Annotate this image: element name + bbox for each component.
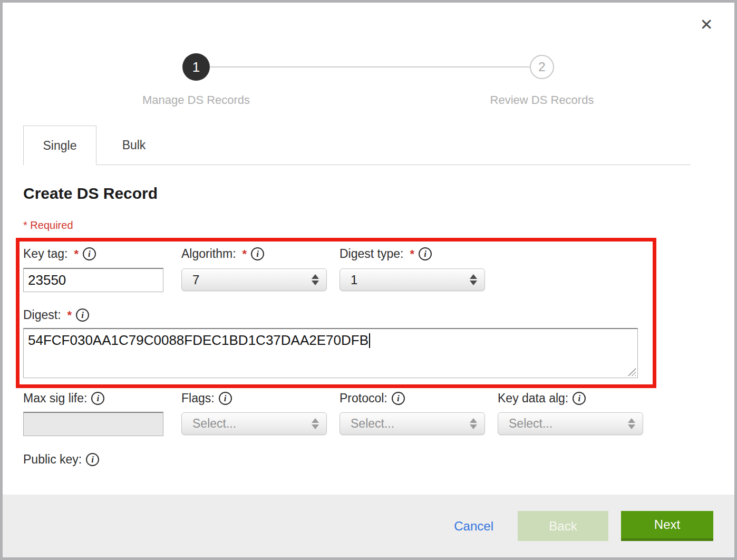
flags-label: Flags: i [181, 391, 232, 405]
tab-bulk[interactable]: Bulk [96, 125, 171, 165]
protocol-label: Protocol: i [340, 391, 405, 405]
required-note: * Required [23, 219, 73, 231]
digest-info-icon[interactable]: i [76, 308, 89, 322]
stepper-step-1-circle: 1 [182, 53, 210, 81]
key-tag-required-star: * [74, 247, 79, 261]
public-key-label: Public key: i [23, 452, 99, 467]
digest-type-info-icon[interactable]: i [419, 247, 432, 260]
select-arrows-icon [312, 274, 319, 285]
select-arrows-icon [470, 274, 477, 285]
max-sig-life-input[interactable] [23, 412, 163, 436]
algorithm-select-value: 7 [192, 273, 312, 287]
key-tag-input[interactable] [23, 268, 163, 292]
stepper-step-1-label: Manage DS Records [112, 93, 280, 107]
public-key-label-text: Public key: [23, 452, 82, 467]
digest-textarea[interactable]: 54FCF030AA1C79C0088FDEC1BD1C37DAA2E70DFB [23, 328, 638, 378]
digest-label: Digest: * i [23, 308, 89, 322]
max-sig-life-label-text: Max sig life: [23, 391, 87, 405]
digest-type-select-value: 1 [351, 273, 470, 287]
digest-type-required-star: * [410, 247, 414, 261]
digest-label-text: Digest: [23, 308, 61, 322]
digest-type-label: Digest type: * i [340, 247, 432, 261]
select-arrows-icon [312, 418, 319, 429]
protocol-label-text: Protocol: [340, 391, 387, 405]
algorithm-label-text: Algorithm: [181, 247, 236, 261]
key-data-alg-select-value: Select... [509, 417, 628, 431]
algorithm-select[interactable]: 7 [181, 268, 327, 291]
key-data-alg-label-text: Key data alg: [498, 391, 568, 405]
close-icon[interactable]: ✕ [695, 13, 718, 36]
next-button[interactable]: Next [621, 511, 713, 541]
max-sig-life-info-icon[interactable]: i [91, 392, 104, 405]
stepper-step-2-circle: 2 [530, 55, 554, 79]
digest-type-select[interactable]: 1 [340, 268, 485, 291]
resize-handle[interactable] [627, 368, 636, 376]
key-data-alg-label: Key data alg: i [498, 391, 586, 405]
key-tag-label: Key tag: * i [23, 247, 96, 261]
protocol-info-icon[interactable]: i [392, 392, 405, 405]
select-arrows-icon [628, 418, 635, 429]
flags-select-value: Select... [192, 417, 312, 431]
back-button[interactable]: Back [518, 511, 608, 541]
protocol-select[interactable]: Select... [340, 412, 485, 435]
digest-required-star: * [67, 308, 72, 322]
protocol-select-value: Select... [351, 417, 470, 431]
public-key-info-icon[interactable]: i [86, 453, 99, 466]
stepper-step-2-label: Review DS Records [458, 93, 626, 107]
digest-type-label-text: Digest type: [340, 247, 403, 261]
key-data-alg-info-icon[interactable]: i [573, 392, 586, 405]
algorithm-label: Algorithm: * i [181, 247, 264, 261]
max-sig-life-label: Max sig life: i [23, 391, 104, 405]
modal-footer: Cancel Back Next [3, 495, 734, 557]
flags-label-text: Flags: [181, 391, 215, 405]
cancel-button[interactable]: Cancel [454, 519, 493, 534]
flags-select[interactable]: Select... [181, 412, 327, 435]
text-cursor [369, 333, 370, 348]
algorithm-required-star: * [243, 247, 247, 261]
key-tag-label-text: Key tag: [23, 247, 67, 261]
key-tag-info-icon[interactable]: i [83, 247, 96, 260]
flags-info-icon[interactable]: i [219, 392, 232, 405]
tab-single[interactable]: Single [23, 125, 96, 165]
algorithm-info-icon[interactable]: i [251, 247, 264, 260]
page-title: Create DS Record [23, 185, 158, 202]
digest-textarea-value: 54FCF030AA1C79C0088FDEC1BD1C37DAA2E70DFB [28, 332, 368, 348]
stepper-connector-line [210, 66, 530, 67]
select-arrows-icon [470, 418, 477, 429]
key-data-alg-select[interactable]: Select... [498, 412, 643, 435]
